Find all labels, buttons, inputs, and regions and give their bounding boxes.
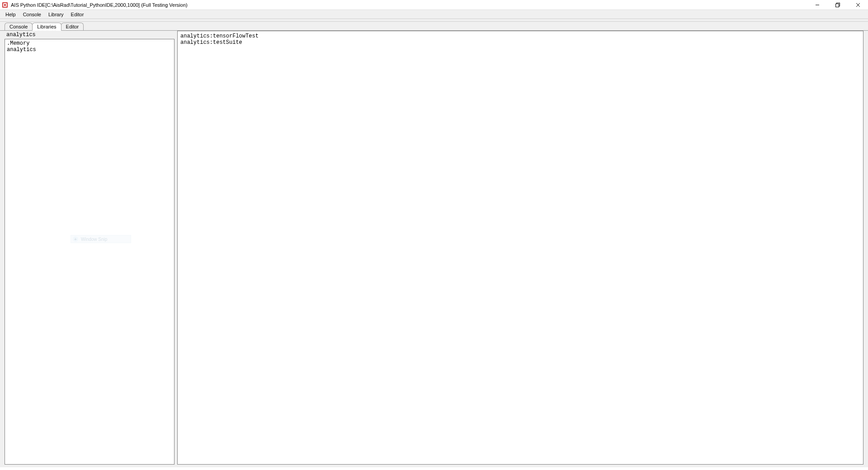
- left-panel: .Memory analytics: [5, 31, 175, 465]
- tabs-row: Console Libraries Editor: [0, 22, 868, 31]
- window-controls: [807, 0, 868, 9]
- list-item[interactable]: .Memory: [7, 40, 172, 47]
- content-line: analytics:tensorFlowTest: [180, 33, 860, 39]
- app-icon: [2, 2, 8, 8]
- window-title: AIS Python IDE[C:\AisRad\Tutorial_Python…: [11, 2, 188, 8]
- titlebar: AIS Python IDE[C:\AisRad\Tutorial_Python…: [0, 0, 868, 10]
- svg-rect-2: [4, 4, 6, 6]
- tab-libraries[interactable]: Libraries: [32, 23, 61, 31]
- minimize-button[interactable]: [807, 0, 827, 10]
- menu-console[interactable]: Console: [19, 11, 45, 18]
- tab-console[interactable]: Console: [5, 23, 33, 30]
- menu-help[interactable]: Help: [2, 11, 19, 18]
- titlebar-left: AIS Python IDE[C:\AisRad\Tutorial_Python…: [2, 2, 188, 8]
- menu-library[interactable]: Library: [45, 11, 67, 18]
- tab-editor[interactable]: Editor: [61, 23, 84, 30]
- filter-input[interactable]: [5, 31, 175, 39]
- content-line: analytics:testSuite: [180, 39, 860, 46]
- menubar: Help Console Library Editor: [0, 10, 868, 19]
- content-panel[interactable]: analytics:tensorFlowTest analytics:testS…: [177, 31, 863, 465]
- main-content: .Memory analytics analytics:tensorFlowTe…: [0, 31, 868, 467]
- close-button[interactable]: [848, 0, 868, 10]
- menu-editor[interactable]: Editor: [67, 11, 88, 18]
- library-list[interactable]: .Memory analytics: [5, 39, 175, 465]
- list-item[interactable]: analytics: [7, 47, 172, 53]
- maximize-button[interactable]: [827, 0, 848, 10]
- svg-rect-5: [835, 4, 839, 7]
